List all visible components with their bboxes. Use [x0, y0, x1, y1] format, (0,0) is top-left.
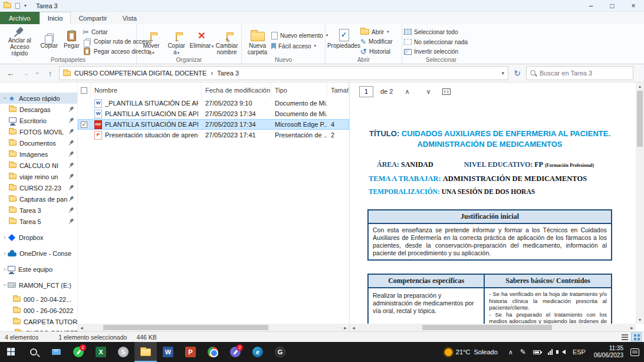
file-row[interactable]: W_PLANTILLA SITUACIÓN DE APRENDIZ... 27/…: [78, 98, 349, 108]
address-box[interactable]: CURSO COMPETENCIA DIGITAL DOCENTE › Tare…: [59, 66, 508, 80]
chevron-down-icon[interactable]: ›: [2, 282, 8, 288]
excel-app-button[interactable]: X: [90, 342, 112, 362]
sidebar-item-imagenes[interactable]: Imágenes: [0, 149, 77, 160]
refresh-button[interactable]: ↻: [511, 68, 523, 78]
chevron-right-icon[interactable]: ›: [2, 250, 8, 256]
select-none-button[interactable]: No seleccionar nada: [404, 38, 478, 47]
sidebar-item-calculo[interactable]: CÁLCULO NI: [0, 160, 77, 171]
next-page-button[interactable]: ∨: [421, 88, 435, 96]
powerpoint-app-button[interactable]: P: [179, 342, 202, 362]
search-box[interactable]: [526, 66, 633, 80]
start-button[interactable]: [0, 342, 22, 362]
sidebar-item-onedrive[interactable]: › OneDrive - Conse: [0, 248, 77, 259]
move-to-button[interactable]: → Mover a▾: [139, 26, 164, 56]
action-center-button[interactable]: [630, 348, 639, 356]
scrollbar-thumb[interactable]: [103, 325, 268, 330]
details-view-button[interactable]: [619, 333, 630, 341]
copy-path-button[interactable]: Copiar ruta de acceso: [83, 38, 134, 45]
preview-horizontal-scrollbar[interactable]: ◂ ▸: [350, 324, 636, 331]
breadcrumb-item[interactable]: CURSO COMPETENCIA DIGITAL DOCENTE: [74, 70, 206, 77]
battery-button[interactable]: [530, 342, 544, 362]
weather-widget[interactable]: 21°C Soleado: [438, 342, 505, 362]
scroll-right-icon[interactable]: ▸: [628, 325, 636, 331]
page-number-input[interactable]: [359, 86, 373, 97]
cut-button[interactable]: ✂ Cortar: [83, 28, 134, 37]
open-button[interactable]: Abrir ▾: [360, 28, 399, 37]
sidebar-item-tarea-5[interactable]: Tarea 5: [0, 216, 77, 227]
sidebar-item-000-26-06[interactable]: 000 - 26-06-2022: [0, 305, 77, 316]
paste-shortcut-button[interactable]: Pegar acceso directo: [83, 47, 134, 56]
language-indicator[interactable]: ESP: [569, 342, 589, 362]
tab-archivo[interactable]: Archivo: [0, 12, 40, 24]
new-item-button[interactable]: Nuevo elemento ▾: [271, 31, 323, 40]
file-row[interactable]: WPLANTILLA SITUACIÓN DE APRENDIZ... 27/0…: [78, 108, 349, 119]
chevron-right-icon[interactable]: ›: [2, 234, 8, 241]
breadcrumb-item[interactable]: Tarea 3: [217, 70, 239, 77]
sidebar-item-fotos-movil[interactable]: FOTOS MOVIL: [0, 126, 77, 137]
scroll-right-icon[interactable]: ▸: [341, 325, 349, 331]
horizontal-scrollbar[interactable]: ◂ ▸: [78, 324, 349, 331]
clock[interactable]: 11:35 06/06/2023: [589, 345, 628, 359]
up-button[interactable]: ↑: [44, 69, 56, 78]
sidebar-item-acceso-rapido[interactable]: › ★ Acceso rápido: [0, 93, 77, 104]
scroll-left-icon[interactable]: ◂: [350, 325, 357, 331]
select-all-button[interactable]: Seleccionar todo: [404, 28, 478, 37]
forward-button[interactable]: →: [19, 69, 31, 78]
scroll-up-icon[interactable]: ▴: [639, 84, 641, 89]
invert-selection-button[interactable]: Invertir selección: [404, 47, 478, 56]
column-header-tamano[interactable]: Tamañ: [327, 83, 349, 98]
previous-page-button[interactable]: ∧: [400, 88, 414, 96]
sidebar-item-000-20-04[interactable]: 000 - 20-04-22...: [0, 294, 77, 305]
back-button[interactable]: ←: [5, 69, 17, 78]
search-input[interactable]: [540, 70, 629, 77]
chrome-app-button[interactable]: [202, 342, 224, 362]
address-dropdown-icon[interactable]: ▾: [501, 70, 504, 76]
sidebar-item-carpeta-tutor[interactable]: CARPETA TUTOR: [0, 316, 77, 327]
new-folder-button[interactable]: Nueva carpeta: [244, 26, 271, 56]
sidebar-item-escritorio[interactable]: Escritorio: [0, 115, 77, 126]
chevron-down-icon[interactable]: ›: [2, 96, 8, 101]
row-checkbox-checked[interactable]: ✓: [81, 121, 87, 128]
chat-app-button[interactable]: 2: [224, 342, 247, 362]
fit-to-page-icon[interactable]: [442, 88, 451, 95]
column-header-tipo[interactable]: Tipo: [271, 83, 327, 98]
maximize-button[interactable]: □: [602, 0, 623, 11]
sidebar-item-dropbox[interactable]: › Dropbox: [0, 232, 77, 243]
vertical-scrollbar[interactable]: ▴ ▾: [636, 83, 644, 324]
file-explorer-button[interactable]: [134, 342, 157, 362]
close-button[interactable]: ×: [623, 0, 644, 11]
copy-button[interactable]: Copiar: [38, 26, 61, 56]
file-row-selected[interactable]: ✓ PDFPLANTILLA SITUACIÓN DE APRENDIZ... …: [78, 119, 349, 130]
sidebar-item-este-equipo[interactable]: › Este equipo: [0, 264, 77, 275]
easy-access-button[interactable]: Fácil acceso ▾: [271, 41, 323, 51]
sidebar-item-descargas[interactable]: Descargas: [0, 104, 77, 115]
large-icons-view-button[interactable]: [631, 333, 642, 341]
sidebar-item-viaje-reino[interactable]: viaje reino un: [0, 171, 77, 182]
show-hidden-icons-button[interactable]: ∧: [505, 342, 517, 362]
scrollbar-thumb[interactable]: [422, 325, 552, 330]
select-all-checkbox[interactable]: [81, 87, 87, 94]
mail-app-button[interactable]: [45, 342, 67, 362]
network-button[interactable]: [544, 342, 556, 362]
quick-access-toolbar-icon[interactable]: [15, 3, 20, 9]
skype-app-button[interactable]: S: [112, 342, 134, 362]
sidebar-item-tarea-3[interactable]: Tarea 3: [0, 205, 77, 216]
google-app-button[interactable]: G: [269, 342, 291, 362]
file-row[interactable]: PPresentación situación de aprendizaje .…: [78, 130, 349, 140]
scroll-left-icon[interactable]: ◂: [78, 325, 86, 331]
copy-to-button[interactable]: → Copiar a▾: [164, 26, 189, 56]
tab-vista[interactable]: Vista: [115, 12, 144, 24]
taskbar-search-button[interactable]: [22, 342, 45, 362]
column-header-fecha[interactable]: Fecha de modificación: [202, 83, 271, 98]
sidebar-item-curso-compet[interactable]: › CURSO COMPET...: [0, 327, 77, 331]
scroll-down-icon[interactable]: ▾: [639, 317, 641, 322]
sidebar-item-curso-22-23[interactable]: CURSO 22-23: [0, 182, 77, 193]
paste-button[interactable]: Pegar: [61, 26, 83, 56]
sidebar-item-capturas[interactable]: Capturas de pan: [0, 193, 77, 205]
pin-to-quick-access-button[interactable]: Anclar al Acceso rápido: [2, 26, 38, 56]
sidebar-item-ramon-fct[interactable]: › RAMON_FCT (E:): [0, 279, 77, 291]
scrollbar-thumb[interactable]: [637, 91, 643, 147]
tab-compartir[interactable]: Compartir: [71, 12, 114, 24]
minimize-button[interactable]: –: [580, 0, 602, 11]
sidebar-item-documentos[interactable]: Documentos: [0, 137, 77, 149]
